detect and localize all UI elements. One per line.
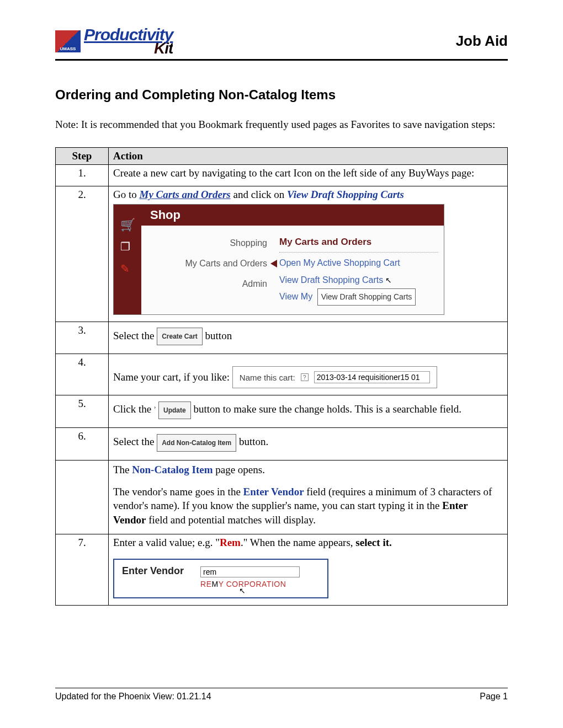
table-row: 7. Enter a valid value; e.g. "Rem." When… — [56, 534, 508, 605]
table-row: 6. Select the Add Non-Catalog Item butto… — [56, 428, 508, 461]
step-action: Create a new cart by navigating to the c… — [109, 164, 508, 186]
text: field and potential matches will display… — [146, 514, 315, 526]
steps-table: Step Action 1. Create a new cart by navi… — [55, 147, 508, 606]
shop-menu-screenshot: 🛒 ❐ ✎ Shop Shopping My Carts and Orders … — [113, 204, 444, 315]
page-footer: Updated for the Phoenix View: 01.21.14 P… — [55, 688, 508, 702]
text: button. — [239, 436, 268, 447]
menu-item-admin[interactable]: Admin — [141, 274, 267, 295]
documents-icon[interactable]: ❐ — [120, 240, 135, 252]
update-button[interactable]: Update — [158, 402, 191, 419]
name-cart-box: Name this cart: ? — [232, 366, 437, 388]
text: ." When the name appears, — [241, 537, 355, 548]
table-row: 2. Go to My Carts and Orders and click o… — [56, 186, 508, 322]
submenu-open-active-cart[interactable]: Open My Active Shopping Cart — [279, 258, 400, 267]
menu-item-my-carts[interactable]: My Carts and Orders — [141, 254, 267, 274]
step-action: Enter a valid value; e.g. "Rem." When th… — [109, 534, 508, 605]
logo-block: UMASS Productivity Kit — [55, 28, 173, 55]
text-bold: Non-Catalog Item — [132, 464, 213, 475]
table-row: 1. Create a new cart by navigating to th… — [56, 164, 508, 186]
table-row: 4. Name your cart, if you like: Name thi… — [56, 354, 508, 395]
col-step: Step — [56, 147, 109, 164]
enter-vendor-label: Enter Vendor — [122, 565, 184, 577]
text: page opens. — [213, 464, 264, 475]
create-cart-button[interactable]: Create Cart — [157, 328, 203, 345]
add-non-catalog-item-button[interactable]: Add Non-Catalog Item — [157, 434, 236, 452]
help-icon[interactable]: ? — [301, 373, 309, 381]
sidebar: 🛒 ❐ ✎ — [114, 205, 141, 314]
edit-icon[interactable]: ✎ — [120, 262, 135, 274]
logo-text-bottom: Kit — [84, 42, 173, 55]
step-action: Click the › Update button to make sure t… — [109, 395, 508, 428]
menu-item-shopping[interactable]: Shopping — [141, 233, 267, 254]
note-text: Note: It is recommended that you Bookmar… — [55, 118, 508, 132]
footer-updated: Updated for the Phoenix View: 01.21.14 — [55, 692, 211, 702]
step-number: 7. — [56, 534, 109, 605]
text: button to make sure the change holds. Th… — [193, 403, 461, 415]
submenu-view-my[interactable]: View My — [279, 292, 312, 301]
step-number: 6. — [56, 428, 109, 461]
page-header: UMASS Productivity Kit Job Aid — [55, 28, 508, 61]
col-action: Action — [109, 147, 508, 164]
footer-page: Page 1 — [480, 692, 508, 702]
text: button — [205, 330, 232, 341]
umass-logo-icon: UMASS — [55, 30, 81, 52]
step-action: Select the Add Non-Catalog Item button. — [109, 428, 508, 461]
step-number — [56, 461, 109, 534]
table-row: The Non-Catalog Item page opens. The ven… — [56, 461, 508, 534]
text-bold: Enter Vendor — [243, 486, 304, 497]
step-number: 1. — [56, 164, 109, 186]
vendor-input[interactable] — [200, 566, 300, 577]
menu-right: My Carts and Orders Open My Active Shopp… — [279, 233, 438, 306]
step-number: 3. — [56, 322, 109, 354]
cursor-icon: ↖ — [239, 586, 246, 595]
menu-left: Shopping My Carts and Orders Admin — [141, 233, 279, 306]
text: Select the — [113, 436, 157, 447]
table-row: 3. Select the Create Cart button — [56, 322, 508, 354]
text: The vendor's name goes in the — [113, 486, 243, 497]
cursor-icon: ↖ — [383, 276, 392, 285]
text: Click the — [113, 403, 151, 415]
cart-icon[interactable]: 🛒 — [120, 218, 135, 230]
text-bold: select it. — [355, 537, 391, 548]
text: Enter a valid value; e.g. " — [113, 537, 220, 548]
step-action: Name your cart, if you like: Name this c… — [109, 354, 508, 395]
job-aid-label: Job Aid — [456, 33, 508, 50]
step-number: 4. — [56, 354, 109, 395]
shop-header: Shop — [141, 205, 444, 226]
step-number: 2. — [56, 186, 109, 322]
text: and click on — [231, 189, 287, 200]
submenu-view-draft-carts[interactable]: View Draft Shopping Carts — [279, 275, 383, 285]
name-cart-label: Name this cart: — [240, 373, 295, 382]
text-red: Rem — [220, 537, 241, 548]
table-row: 5. Click the › Update button to make sur… — [56, 395, 508, 428]
enter-vendor-box: Enter Vendor REMY CORPORATION ↖ — [113, 559, 328, 598]
link-draft-carts: View Draft Shopping Carts — [287, 189, 404, 200]
text: The — [113, 464, 132, 475]
text: Name your cart, if you like: — [113, 371, 230, 383]
text: Select the — [113, 330, 157, 341]
vendor-suggestion[interactable]: REMY CORPORATION ↖ — [200, 580, 320, 588]
link-my-carts: My Carts and Orders — [140, 189, 231, 200]
arrow-icon — [270, 260, 277, 267]
tooltip: View Draft Shopping Carts — [317, 288, 416, 306]
step-action: Go to My Carts and Orders and click on V… — [109, 186, 508, 322]
step-number: 5. — [56, 395, 109, 428]
cart-name-input[interactable] — [314, 371, 430, 383]
step-action: Select the Create Cart button — [109, 322, 508, 354]
text: Go to — [113, 189, 140, 200]
submenu-header: My Carts and Orders — [279, 233, 438, 253]
step-action: The Non-Catalog Item page opens. The ven… — [109, 461, 508, 534]
page-title: Ordering and Completing Non-Catalog Item… — [55, 87, 508, 103]
